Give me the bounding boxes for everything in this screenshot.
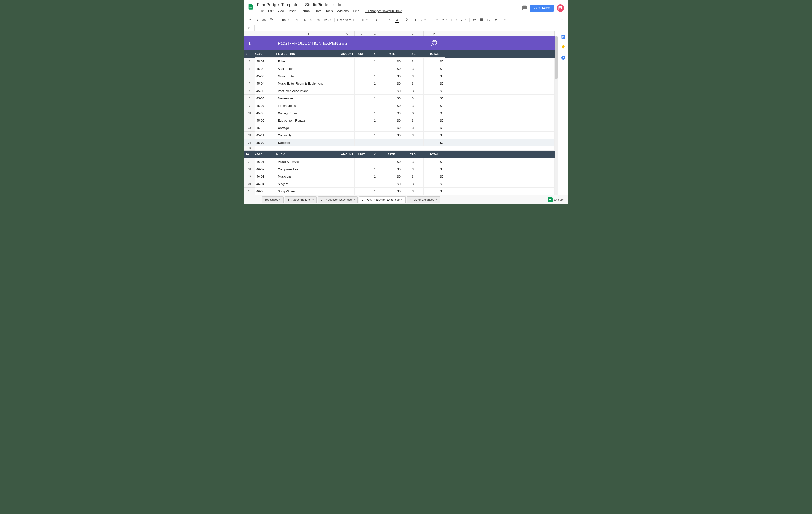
add-sheet-button[interactable]: ＋ <box>246 196 253 203</box>
row-header[interactable]: 1 <box>244 36 255 50</box>
row-header[interactable]: 11 <box>244 117 255 124</box>
row-header[interactable]: 9 <box>244 102 255 109</box>
increase-decimal-button[interactable]: .00→ <box>315 17 322 23</box>
col-header[interactable]: H <box>424 31 445 36</box>
halign-button[interactable]: ▼ <box>431 17 440 23</box>
fill-color-button[interactable] <box>404 17 410 23</box>
rotate-button[interactable]: ▼ <box>459 17 468 23</box>
row-header[interactable]: 2 <box>244 50 255 58</box>
menu-file[interactable]: File <box>257 8 266 14</box>
col-header[interactable]: C <box>340 31 354 36</box>
menu-data[interactable]: Data <box>313 8 323 14</box>
row-header[interactable]: 14 <box>244 139 255 146</box>
col-header[interactable]: E <box>369 31 381 36</box>
col-header[interactable]: A <box>255 31 277 36</box>
menu-format[interactable]: Format <box>299 8 312 14</box>
move-folder-icon[interactable] <box>338 3 341 7</box>
fontsize-select[interactable]: 10▼ <box>360 17 369 23</box>
undo-button[interactable]: ↶ <box>246 17 253 23</box>
text-color-button[interactable]: A <box>394 17 401 23</box>
zoom-select[interactable]: 100%▼ <box>278 17 291 23</box>
row-header[interactable]: 3 <box>244 58 255 65</box>
print-button[interactable] <box>261 17 267 23</box>
toolbar: ↶ ↷ 100%▼ $ % .0← .00→ 123 ▼ Open Sans▼ … <box>244 15 568 25</box>
all-sheets-button[interactable]: ≡ <box>254 196 261 203</box>
fx-icon: fx <box>244 25 255 31</box>
sheet-grid[interactable]: A B C D E F G H 1POST-PRODUCTION EXPENSE… <box>244 31 558 195</box>
sheet-tab[interactable]: 1 - Above the Line▼ <box>285 196 317 203</box>
explore-button[interactable]: Explore <box>545 196 566 203</box>
row-header[interactable]: 18 <box>244 165 255 173</box>
strike-button[interactable]: S <box>387 17 394 23</box>
link-button[interactable] <box>471 17 478 23</box>
percent-button[interactable]: % <box>301 17 308 23</box>
doc-title[interactable]: FIlm Budget Template — StudioBinder <box>257 2 330 7</box>
menu-edit[interactable]: Edit <box>266 8 275 14</box>
keep-icon[interactable] <box>561 45 566 50</box>
wrap-button[interactable]: ▼ <box>450 17 459 23</box>
star-icon[interactable]: ☆ <box>332 3 335 7</box>
col-header[interactable]: G <box>402 31 424 36</box>
decrease-decimal-button[interactable]: .0← <box>308 17 315 23</box>
row-header[interactable]: 6 <box>244 80 255 87</box>
svg-text:31: 31 <box>562 36 564 38</box>
italic-button[interactable]: I <box>380 17 386 23</box>
redo-button[interactable]: ↷ <box>254 17 260 23</box>
col-header[interactable]: D <box>354 31 369 36</box>
share-button[interactable]: SHARE <box>530 4 554 12</box>
select-all-corner[interactable] <box>244 31 255 36</box>
functions-button[interactable]: Σ▼ <box>500 17 507 23</box>
vertical-scrollbar[interactable] <box>555 36 558 195</box>
collapse-toolbar-icon[interactable]: ⌃ <box>559 17 566 23</box>
menubar: File Edit View Insert Format Data Tools … <box>257 8 522 15</box>
comments-icon[interactable] <box>522 5 527 11</box>
menu-tools[interactable]: Tools <box>324 8 335 14</box>
row-header[interactable]: 4 <box>244 65 255 73</box>
row-header[interactable]: 21 <box>244 188 255 195</box>
row-header[interactable]: 16 <box>244 151 255 158</box>
filter-button[interactable] <box>492 17 499 23</box>
sheet-tab[interactable]: 4 - Other Expenses▼ <box>407 196 440 203</box>
menu-help[interactable]: Help <box>351 8 361 14</box>
col-header[interactable]: F <box>381 31 402 36</box>
sheet-tab[interactable]: Top Sheet▼ <box>262 196 284 203</box>
font-select[interactable]: Open Sans▼ <box>336 17 357 23</box>
row-header[interactable]: 5 <box>244 73 255 80</box>
valign-button[interactable]: ▼ <box>440 17 449 23</box>
merge-button[interactable]: ▼ <box>418 17 428 23</box>
row-header[interactable]: 7 <box>244 87 255 94</box>
menu-addons[interactable]: Add-ons <box>335 8 350 14</box>
menu-view[interactable]: View <box>276 8 286 14</box>
sheet-tab[interactable]: 2 - Production Expenses▼ <box>318 196 358 203</box>
borders-button[interactable] <box>411 17 417 23</box>
more-formats-select[interactable]: 123 ▼ <box>322 17 333 23</box>
chat-help-icon[interactable] <box>557 4 564 12</box>
col-header[interactable]: B <box>277 31 340 36</box>
tasks-icon[interactable] <box>561 55 566 60</box>
row-header[interactable]: 15 <box>244 146 255 151</box>
save-status: All changes saved in Drive <box>364 8 404 14</box>
currency-button[interactable]: $ <box>294 17 300 23</box>
comment-button[interactable] <box>478 17 485 23</box>
row-header[interactable]: 17 <box>244 158 255 165</box>
row-header[interactable]: 19 <box>244 173 255 180</box>
row-header[interactable]: 8 <box>244 94 255 102</box>
row-header[interactable]: 12 <box>244 124 255 132</box>
calendar-icon[interactable]: 31 <box>561 34 566 39</box>
bold-button[interactable]: B <box>372 17 379 23</box>
sheet-tab[interactable]: 3 - Post-Production Expenses▼ <box>359 196 406 203</box>
chart-button[interactable] <box>485 17 492 23</box>
row-header[interactable]: 13 <box>244 132 255 139</box>
col-header[interactable] <box>445 31 555 36</box>
menu-insert[interactable]: Insert <box>287 8 298 14</box>
row-header[interactable]: 10 <box>244 109 255 117</box>
sheets-logo-icon[interactable] <box>246 2 255 11</box>
row-header[interactable]: 20 <box>244 180 255 188</box>
paint-format-button[interactable] <box>268 17 274 23</box>
